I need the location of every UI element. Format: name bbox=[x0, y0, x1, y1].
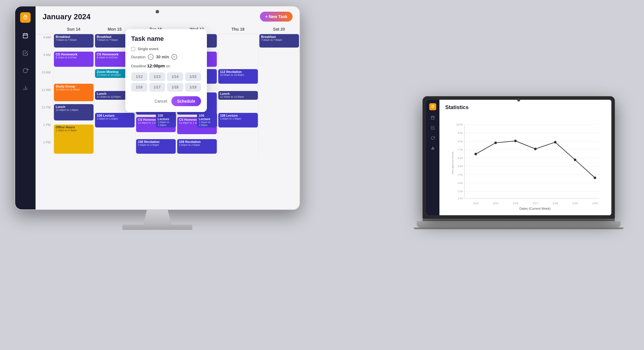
cancel-button[interactable]: Cancel bbox=[154, 99, 167, 104]
event-breakfast-sat20[interactable]: Breakfast 7:00am to 7:50am bbox=[259, 34, 299, 48]
duration-label: Duration bbox=[131, 55, 145, 59]
laptop-sidebar-stats[interactable] bbox=[431, 146, 435, 151]
time-10am: 10 AM bbox=[36, 69, 53, 87]
deadline-time-display: 12:00pm bbox=[147, 63, 165, 68]
sidebar-item-tasks[interactable] bbox=[21, 48, 30, 58]
event-cs-homework-sun14[interactable]: CS Homework 8:15am to 9:07am bbox=[54, 52, 94, 67]
col-header-sat20: Sat 20 bbox=[258, 24, 300, 34]
events-col-sat20: Breakfast 7:00am to 7:50am bbox=[258, 34, 300, 157]
date-btn-116[interactable]: 1/16 bbox=[131, 83, 147, 92]
sidebar-item-refresh[interactable] bbox=[21, 66, 30, 75]
y-axis-label: Time Spent on Events bbox=[451, 152, 454, 174]
event-108-lecture-thu18[interactable]: 108 Lecture 1:00pm to 1:50pm bbox=[218, 113, 258, 127]
date-grid: 1/12 1/13 1/14 1/15 1/16 1/17 1/18 1/19 bbox=[131, 72, 201, 92]
svg-text:1/15: 1/15 bbox=[493, 202, 499, 205]
monitor-notch bbox=[156, 10, 159, 13]
single-event-label: Single event bbox=[138, 47, 159, 51]
laptop-frame: ⏱ Statistics Ti bbox=[423, 96, 615, 219]
laptop-notch bbox=[517, 99, 520, 102]
time-labels: 8 AM 9 AM 10 AM 11 AM 12 PM 1 PM 2 PM bbox=[36, 34, 53, 157]
svg-text:9 hr: 9 hr bbox=[458, 131, 463, 134]
svg-rect-7 bbox=[431, 116, 434, 119]
svg-point-45 bbox=[534, 148, 537, 150]
task-popup: Task name Single event Duration − 30 min… bbox=[125, 29, 207, 112]
svg-text:1/17: 1/17 bbox=[532, 202, 538, 205]
time-9am: 9 AM bbox=[36, 52, 53, 69]
event-breakfast-sun14[interactable]: Breakfast 7:00am to 7:50am bbox=[54, 34, 94, 48]
svg-text:5 hr: 5 hr bbox=[458, 164, 463, 168]
laptop-hinge bbox=[423, 219, 615, 221]
monitor-stand bbox=[140, 210, 175, 225]
events-col-sun14: Breakfast 7:00am to 7:50am CS Homework 8… bbox=[53, 34, 94, 157]
schedule-button[interactable]: Schedule bbox=[171, 96, 201, 106]
laptop-sidebar-calendar[interactable] bbox=[431, 116, 435, 120]
events-col-thu18: 112 Recitation 10:00am to 10:50am Lunch … bbox=[217, 34, 258, 157]
event-108-recitation-tue16-pm[interactable]: 108 Recitation 2:00pm to 2:50pm bbox=[136, 139, 176, 154]
new-task-button[interactable]: + New Task bbox=[260, 12, 293, 22]
time-12pm: 12 PM bbox=[36, 104, 53, 122]
laptop-sidebar-tasks[interactable] bbox=[431, 126, 435, 131]
duration-increase-btn[interactable]: + bbox=[171, 54, 177, 60]
laptop-base-bottom bbox=[414, 228, 624, 229]
statistics-title: Statistics bbox=[445, 104, 606, 111]
date-btn-119[interactable]: 1/19 bbox=[185, 83, 201, 92]
monitor-base bbox=[122, 225, 192, 230]
task-popup-title: Task name bbox=[131, 35, 201, 43]
duration-row: Duration − 30 min + bbox=[131, 54, 201, 60]
date-btn-115[interactable]: 1/15 bbox=[185, 72, 201, 81]
chart-container: Time Spent on Events bbox=[445, 115, 606, 211]
event-112-recitation-thu18[interactable]: 112 Recitation 10:00am to 10:50am bbox=[218, 69, 258, 84]
svg-text:10 hr: 10 hr bbox=[456, 123, 463, 126]
laptop-screen: ⏱ Statistics Ti bbox=[426, 100, 611, 215]
svg-text:8 hr: 8 hr bbox=[458, 140, 463, 143]
svg-text:4 hr: 4 hr bbox=[458, 173, 463, 176]
event-108-lecture-wed17[interactable]: 108 Lecture 1:00pm to 1:50pm bbox=[197, 113, 217, 127]
svg-text:1/14: 1/14 bbox=[473, 202, 479, 205]
svg-rect-0 bbox=[23, 34, 28, 38]
event-lunch-thu18[interactable]: Lunch 11:30am to 12:00pm bbox=[218, 91, 258, 100]
app-logo[interactable]: ⏱ bbox=[20, 12, 31, 23]
event-108-lecture-mon15[interactable]: 108 Lecture 1:00pm to 1:50pm bbox=[95, 113, 135, 127]
laptop-app-logo[interactable]: ⏱ bbox=[429, 103, 436, 110]
svg-point-44 bbox=[514, 140, 517, 142]
svg-text:1/16: 1/16 bbox=[513, 202, 518, 205]
event-lunch-sun14[interactable]: Lunch 12:00pm to 1:00pm bbox=[54, 104, 94, 120]
sidebar-item-calendar[interactable] bbox=[21, 31, 30, 40]
event-108-recitation-wed17[interactable]: 108 Recitation 2:00pm to 2:50pm bbox=[177, 139, 217, 154]
duration-decrease-btn[interactable]: − bbox=[148, 54, 154, 60]
svg-point-48 bbox=[594, 176, 596, 179]
svg-text:Dates (Current Week): Dates (Current Week) bbox=[520, 207, 551, 210]
svg-point-43 bbox=[494, 141, 497, 144]
event-study-group[interactable]: Study Group 10:45am to 11:45am bbox=[54, 84, 94, 101]
deadline-row: Deadline 12:00pm on bbox=[131, 63, 201, 68]
laptop-sidebar-refresh[interactable] bbox=[431, 136, 435, 141]
svg-text:3 hr: 3 hr bbox=[458, 181, 463, 185]
date-btn-113[interactable]: 1/13 bbox=[149, 72, 166, 81]
deadline-label: Deadline bbox=[131, 64, 146, 68]
event-office-hours[interactable]: Office Hours 1:30pm to 3:30pm bbox=[54, 125, 94, 154]
event-108-lecture-tue16[interactable]: 108 Lecture 1:00pm to 1:50pm bbox=[156, 113, 176, 127]
svg-point-42 bbox=[474, 153, 477, 155]
sidebar-item-stats[interactable] bbox=[21, 83, 30, 93]
svg-text:1/19: 1/19 bbox=[572, 202, 578, 205]
calendar-header: January 2024 + New Task bbox=[36, 6, 300, 24]
time-1pm: 1 PM bbox=[36, 122, 53, 139]
svg-point-46 bbox=[554, 141, 557, 144]
statistics-panel: Statistics Time Spent on Events bbox=[439, 100, 611, 215]
single-event-row: Single event bbox=[131, 47, 201, 51]
laptop: ⏱ Statistics Ti bbox=[423, 96, 615, 236]
svg-point-47 bbox=[574, 159, 576, 161]
single-event-checkbox[interactable] bbox=[131, 47, 135, 51]
svg-text:1/20: 1/20 bbox=[592, 202, 598, 205]
laptop-sidebar: ⏱ bbox=[426, 100, 439, 215]
time-8am: 8 AM bbox=[36, 34, 53, 52]
sidebar: ⏱ bbox=[15, 6, 36, 209]
date-btn-117[interactable]: 1/17 bbox=[149, 83, 166, 92]
svg-text:7 hr: 7 hr bbox=[458, 148, 463, 151]
date-btn-112[interactable]: 1/12 bbox=[131, 72, 147, 81]
laptop-base bbox=[417, 221, 621, 228]
duration-value: 30 min bbox=[156, 55, 169, 59]
svg-text:2 hr: 2 hr bbox=[458, 190, 463, 193]
date-btn-118[interactable]: 1/18 bbox=[167, 83, 183, 92]
date-btn-114[interactable]: 1/14 bbox=[167, 72, 183, 81]
